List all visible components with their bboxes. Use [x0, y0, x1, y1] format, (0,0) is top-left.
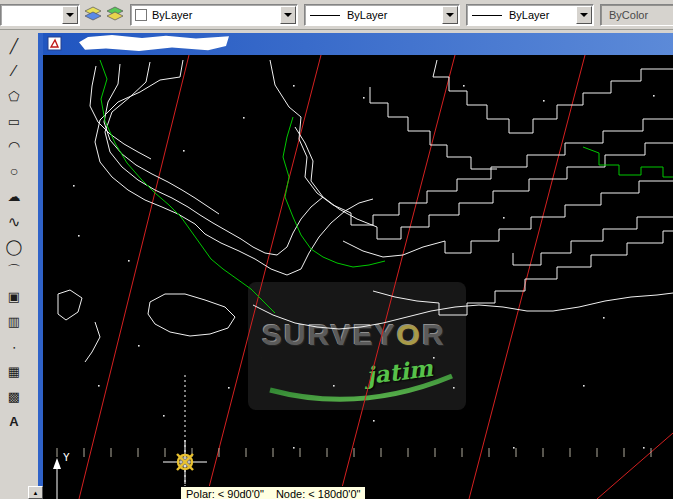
- tool-arc-button[interactable]: ◠: [2, 134, 26, 158]
- point-node[interactable]: [138, 345, 140, 347]
- chevron-down-icon[interactable]: [280, 6, 296, 24]
- point-node[interactable]: [653, 95, 655, 97]
- polar-tracking-readout: Polar: < 90d0'0": [186, 488, 264, 499]
- layer-dropdown[interactable]: [0, 4, 80, 26]
- tool-rectangle-button[interactable]: ▭: [2, 109, 26, 133]
- linetype-sample-icon: [310, 15, 340, 16]
- point-node[interactable]: [98, 385, 100, 387]
- scroll-up-button[interactable]: ▲: [28, 486, 43, 499]
- point-node[interactable]: [513, 447, 515, 449]
- contour-line[interactable]: [295, 127, 673, 239]
- arc-icon: ◠: [8, 139, 20, 153]
- chevron-down-icon[interactable]: [62, 6, 78, 24]
- contour-line-minor[interactable]: [283, 117, 385, 267]
- point-node[interactable]: [333, 385, 335, 387]
- tool-spline-button[interactable]: ∿: [2, 209, 26, 233]
- color-swatch: [135, 9, 147, 21]
- section-line[interactable]: [339, 55, 455, 499]
- point-node[interactable]: [163, 415, 165, 417]
- drawing-window-titlebar[interactable]: [43, 33, 673, 55]
- circle-icon: ○: [10, 164, 18, 178]
- document-icon: [47, 36, 62, 51]
- contour-line[interactable]: [513, 217, 673, 265]
- contour-line[interactable]: [253, 293, 673, 329]
- section-line[interactable]: [79, 55, 189, 499]
- lineweight-control-dropdown[interactable]: ByLayer: [466, 4, 594, 26]
- cad-entities-layer[interactable]: Y: [43, 55, 673, 499]
- tool-ellipse-button[interactable]: ◯: [2, 234, 26, 258]
- plot-style-control-value: ByColor: [609, 9, 648, 21]
- point-node[interactable]: [78, 235, 80, 237]
- layer-previous-icon: [106, 6, 124, 25]
- point-node[interactable]: [583, 385, 585, 387]
- tool-hatch-button[interactable]: ▦: [2, 359, 26, 383]
- tool-circle-button[interactable]: ○: [2, 159, 26, 183]
- tool-construction-line-button[interactable]: ∕: [2, 59, 26, 83]
- tool-ellipse-arc-button[interactable]: ⌒: [2, 259, 26, 283]
- point-node[interactable]: [183, 150, 185, 152]
- section-line[interactable]: [206, 55, 321, 499]
- contour-line-minor[interactable]: [583, 147, 673, 177]
- polygon-icon: ⬠: [8, 90, 19, 103]
- contour-line[interactable]: [105, 62, 323, 255]
- contour-line[interactable]: [95, 60, 373, 275]
- point-node[interactable]: [73, 185, 75, 187]
- make-object-layer-current-button[interactable]: [82, 3, 104, 27]
- spline-icon: ∿: [8, 214, 21, 229]
- construction-line-icon: ∕: [13, 63, 16, 79]
- linetype-control-dropdown[interactable]: ByLayer: [304, 4, 460, 26]
- ellipse-icon: ◯: [6, 239, 23, 254]
- point-node[interactable]: [643, 447, 645, 449]
- contour-line[interactable]: [373, 231, 673, 315]
- point-node[interactable]: [293, 85, 295, 87]
- tool-insert-block-button[interactable]: ▣: [2, 284, 26, 308]
- point-node[interactable]: [543, 100, 545, 102]
- tool-point-button[interactable]: ∙: [2, 334, 26, 358]
- point-node[interactable]: [373, 420, 375, 422]
- tool-multiline-text-button[interactable]: A: [2, 409, 26, 433]
- contour-line[interactable]: [370, 87, 497, 169]
- chevron-down-icon[interactable]: [576, 6, 592, 24]
- contour-line[interactable]: [85, 322, 100, 362]
- drawing-window: SURVEYOR jatim Y Polar: < 90d0'0" Node: …: [38, 33, 673, 499]
- contour-line[interactable]: [148, 294, 235, 336]
- contour-line[interactable]: [343, 181, 673, 257]
- chevron-down-icon[interactable]: [442, 6, 458, 24]
- point-node[interactable]: [603, 317, 605, 319]
- point-node[interactable]: [363, 97, 365, 99]
- make-block-icon: ▥: [8, 315, 20, 328]
- section-line[interactable]: [469, 55, 585, 499]
- point-node[interactable]: [503, 217, 505, 219]
- draw-toolbar: ╱∕⬠▭◠○☁∿◯⌒▣▥∙▦▩A: [0, 30, 28, 499]
- tool-line-button[interactable]: ╱: [2, 34, 26, 58]
- linetype-control-value: ByLayer: [347, 9, 387, 21]
- tool-polygon-button[interactable]: ⬠: [2, 84, 26, 108]
- insert-block-icon: ▣: [8, 290, 20, 303]
- region-icon: ▩: [8, 390, 20, 403]
- plot-style-control-dropdown: ByColor: [600, 4, 673, 26]
- section-line[interactable]: [597, 433, 673, 499]
- contour-line[interactable]: [104, 64, 219, 214]
- contour-line[interactable]: [90, 66, 151, 159]
- point-node[interactable]: [453, 387, 455, 389]
- color-control-dropdown[interactable]: ByLayer: [130, 4, 298, 26]
- point-node[interactable]: [128, 260, 130, 262]
- tool-revision-cloud-button[interactable]: ☁: [2, 184, 26, 208]
- lineweight-control-value: ByLayer: [509, 9, 549, 21]
- contour-line[interactable]: [58, 290, 82, 320]
- snap-tooltip: Polar: < 90d0'0" Node: < 180d0'0": [180, 486, 366, 499]
- drawing-canvas[interactable]: SURVEYOR jatim Y Polar: < 90d0'0" Node: …: [43, 55, 673, 499]
- contour-line[interactable]: [270, 60, 673, 225]
- point-node[interactable]: [293, 447, 295, 449]
- tool-region-button[interactable]: ▩: [2, 384, 26, 408]
- contour-line[interactable]: [433, 60, 673, 133]
- point-node[interactable]: [243, 117, 245, 119]
- ucs-y-label: Y: [63, 451, 70, 464]
- layer-previous-button[interactable]: [104, 3, 126, 27]
- point-icon: ∙: [12, 339, 16, 354]
- point-node[interactable]: [463, 85, 465, 87]
- tool-make-block-button[interactable]: ▥: [2, 309, 26, 333]
- ellipse-arc-icon: ⌒: [7, 264, 21, 278]
- point-node[interactable]: [433, 357, 435, 359]
- point-node[interactable]: [228, 387, 230, 389]
